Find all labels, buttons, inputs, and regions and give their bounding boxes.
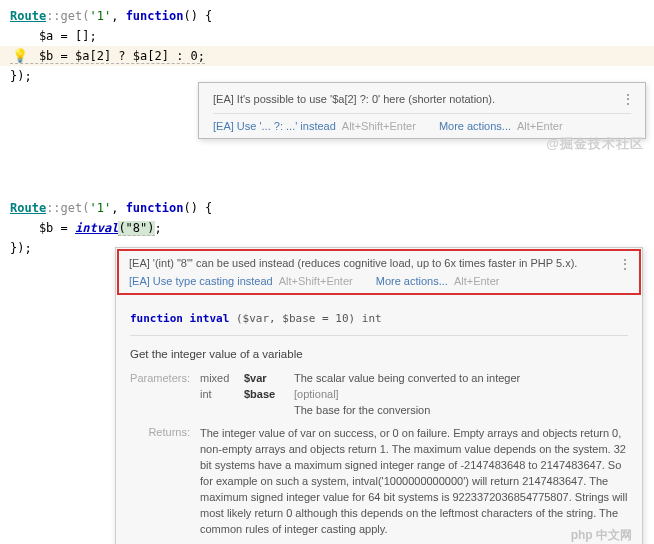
quickfix-link[interactable]: [EA] Use type casting instead bbox=[129, 275, 273, 287]
shortcut-hint: Alt+Shift+Enter bbox=[342, 120, 416, 132]
more-actions-link[interactable]: More actions... bbox=[376, 275, 448, 287]
intval-call: intval bbox=[75, 221, 118, 235]
tooltip-message: [EA] '(int) "8"' can be used instead (re… bbox=[129, 257, 629, 273]
inspection-tooltip: ⋮ [EA] It's possible to use '$a[2] ?: 0'… bbox=[198, 82, 646, 139]
shortcut-hint: Alt+Enter bbox=[517, 120, 563, 132]
shortcut-hint: Alt+Enter bbox=[454, 275, 500, 287]
code-block-1: Route::get('1', function() { $a = []; 💡 … bbox=[0, 0, 654, 92]
function-keyword: function bbox=[126, 201, 184, 215]
watermark-text: @掘金技术社区 bbox=[546, 135, 644, 153]
function-signature: function intval ($var, $base = 10) int bbox=[130, 306, 628, 336]
quickfix-link[interactable]: [EA] Use '... ?: ...' instead bbox=[213, 120, 336, 132]
code-line[interactable]: Route::get('1', function() { bbox=[0, 198, 654, 218]
tooltip-message: [EA] It's possible to use '$a[2] ?: 0' h… bbox=[213, 93, 631, 113]
code-line[interactable]: $b = intval("8"); bbox=[0, 218, 654, 238]
code-line[interactable]: Route::get('1', function() { bbox=[0, 6, 654, 26]
lightbulb-icon[interactable]: 💡 bbox=[12, 46, 28, 66]
route-keyword: Route bbox=[10, 9, 46, 23]
inspection-doc-tooltip: ⋮ [EA] '(int) "8"' can be used instead (… bbox=[115, 247, 643, 544]
doc-param-row: Parameters: mixed $var The scalar value … bbox=[130, 370, 628, 386]
watermark-text: php 中文网 bbox=[571, 527, 632, 544]
code-line-highlighted[interactable]: 💡 $b = $a[2] ? $a[2] : 0; bbox=[0, 46, 654, 66]
documentation-panel: function intval ($var, $base = 10) int G… bbox=[116, 296, 642, 544]
code-line[interactable]: $a = []; bbox=[0, 26, 654, 46]
inspection-highlight-box: ⋮ [EA] '(int) "8"' can be used instead (… bbox=[117, 249, 641, 295]
function-keyword: function bbox=[126, 9, 184, 23]
doc-param-row: The base for the conversion bbox=[130, 402, 628, 418]
tooltip-actions: [EA] Use type casting insteadAlt+Shift+E… bbox=[129, 273, 629, 287]
params-label: Parameters: bbox=[130, 372, 200, 384]
doc-description: Get the integer value of a variable bbox=[130, 344, 628, 370]
doc-param-row: int $base [optional] bbox=[130, 386, 628, 402]
more-icon[interactable]: ⋮ bbox=[618, 256, 632, 272]
returns-label: Returns: bbox=[130, 426, 200, 538]
more-actions-link[interactable]: More actions... bbox=[439, 120, 511, 132]
shortcut-hint: Alt+Shift+Enter bbox=[279, 275, 353, 287]
doc-returns-row: Returns: The integer value of var on suc… bbox=[130, 424, 628, 540]
more-icon[interactable]: ⋮ bbox=[621, 91, 635, 107]
route-keyword: Route bbox=[10, 201, 46, 215]
tooltip-actions: [EA] Use '... ?: ...' insteadAlt+Shift+E… bbox=[213, 113, 631, 132]
returns-text: The integer value of var on success, or … bbox=[200, 426, 628, 538]
